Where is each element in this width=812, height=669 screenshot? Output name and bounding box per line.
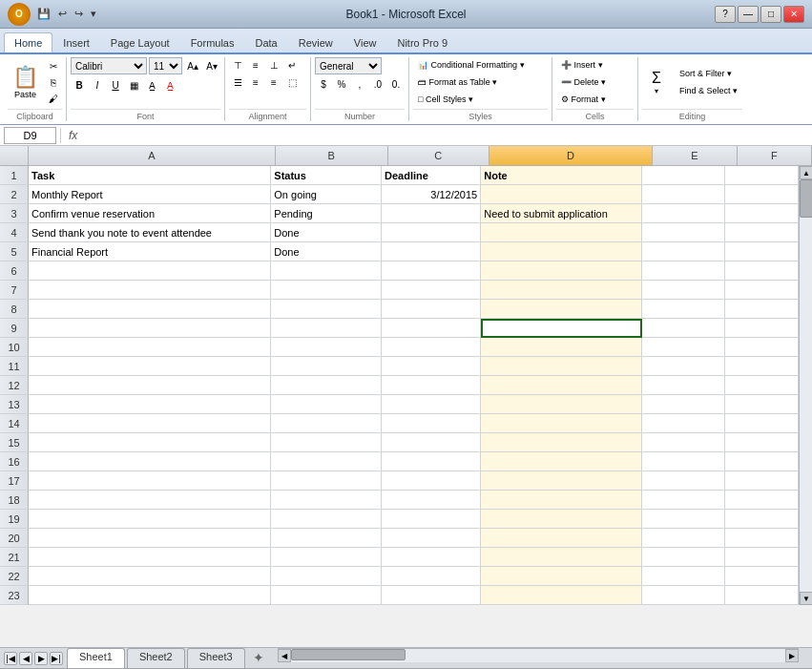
cell-B2[interactable]: On going	[271, 185, 382, 204]
cell-A20[interactable]	[29, 529, 271, 548]
row-num-6[interactable]: 6	[0, 261, 29, 281]
cell-E16[interactable]	[642, 452, 725, 471]
font-family-select[interactable]: Calibri	[71, 57, 147, 74]
cell-E8[interactable]	[642, 300, 725, 319]
cell-A11[interactable]	[29, 357, 271, 376]
increase-font-btn[interactable]: A▴	[184, 58, 201, 73]
sheet-nav-last[interactable]: ▶|	[50, 652, 63, 665]
delete-cells-btn[interactable]: ➖ Delete ▾	[556, 74, 611, 90]
cell-D14[interactable]	[481, 414, 642, 433]
cell-C23[interactable]	[382, 586, 481, 605]
cell-D22[interactable]	[481, 567, 642, 586]
row-num-3[interactable]: 3	[0, 204, 29, 223]
cell-D8[interactable]	[481, 300, 642, 319]
cell-C5[interactable]	[382, 242, 481, 261]
cell-A4[interactable]: Send thank you note to event attendee	[29, 223, 271, 242]
cell-B8[interactable]	[271, 300, 382, 319]
cell-C12[interactable]	[382, 376, 481, 395]
copy-button[interactable]: ⎘	[45, 74, 62, 90]
row-num-12[interactable]: 12	[0, 376, 29, 395]
cell-C9[interactable]	[382, 319, 481, 338]
sheet-nav-next[interactable]: ▶	[34, 652, 48, 665]
cell-B16[interactable]	[271, 452, 382, 471]
cell-D18[interactable]	[481, 491, 642, 510]
cell-D3[interactable]: Need to submit application	[481, 204, 642, 223]
cell-C6[interactable]	[382, 261, 481, 281]
tab-home[interactable]: Home	[4, 32, 52, 52]
row-num-13[interactable]: 13	[0, 395, 29, 414]
row-num-15[interactable]: 15	[0, 433, 29, 452]
cell-F13[interactable]	[725, 395, 799, 414]
number-format-select[interactable]: General	[315, 57, 382, 74]
cell-F12[interactable]	[725, 376, 799, 395]
align-left-btn[interactable]: ☰	[229, 74, 246, 90]
scroll-down-btn[interactable]: ▼	[800, 592, 812, 605]
new-sheet-btn[interactable]: ✦	[247, 648, 270, 668]
font-size-select[interactable]: 11	[149, 57, 182, 74]
cell-E14[interactable]	[642, 414, 725, 433]
scroll-thumb-h[interactable]	[291, 649, 406, 660]
cell-C13[interactable]	[382, 395, 481, 414]
cell-C4[interactable]	[382, 223, 481, 242]
decrease-decimal-btn[interactable]: 0.	[387, 76, 405, 92]
cell-E6[interactable]	[642, 261, 725, 281]
cell-C22[interactable]	[382, 567, 481, 586]
cell-B7[interactable]	[271, 281, 382, 300]
row-num-14[interactable]: 14	[0, 414, 29, 433]
cell-F8[interactable]	[725, 300, 799, 319]
cell-F11[interactable]	[725, 357, 799, 376]
cell-E15[interactable]	[642, 433, 725, 452]
customize-btn[interactable]: ▾	[88, 7, 99, 21]
paste-button[interactable]: 📋 Paste	[8, 62, 43, 102]
cell-C21[interactable]	[382, 548, 481, 567]
cell-D11[interactable]	[481, 357, 642, 376]
cell-C10[interactable]	[382, 338, 481, 357]
cell-C14[interactable]	[382, 414, 481, 433]
horizontal-scrollbar[interactable]: ◀ ▶	[278, 648, 799, 661]
cell-A13[interactable]	[29, 395, 271, 414]
cell-B3[interactable]: Pending	[271, 204, 382, 223]
cell-C11[interactable]	[382, 357, 481, 376]
cell-E10[interactable]	[642, 338, 725, 357]
cell-A10[interactable]	[29, 338, 271, 357]
undo-btn[interactable]: ↩	[55, 7, 70, 21]
cell-B12[interactable]	[271, 376, 382, 395]
comma-btn[interactable]: ,	[351, 76, 368, 92]
fill-color-button[interactable]: A̲	[143, 77, 160, 93]
cell-B10[interactable]	[271, 338, 382, 357]
cut-button[interactable]: ✂	[45, 58, 62, 73]
redo-btn[interactable]: ↪	[72, 7, 86, 21]
cell-E22[interactable]	[642, 567, 725, 586]
scroll-left-btn[interactable]: ◀	[278, 649, 291, 662]
cell-F7[interactable]	[725, 281, 799, 300]
tab-insert[interactable]: Insert	[52, 32, 100, 52]
cell-E1[interactable]	[642, 166, 725, 185]
cell-E17[interactable]	[642, 471, 725, 491]
cell-A1[interactable]: Task	[29, 166, 271, 185]
format-painter-button[interactable]: 🖌	[45, 91, 62, 106]
align-middle-btn[interactable]: ≡	[247, 57, 264, 73]
row-num-17[interactable]: 17	[0, 471, 29, 491]
cell-C1[interactable]: Deadline	[382, 166, 481, 185]
cell-B19[interactable]	[271, 510, 382, 529]
row-num-7[interactable]: 7	[0, 281, 29, 300]
col-header-B[interactable]: B	[276, 146, 388, 165]
cell-D5[interactable]	[481, 242, 642, 261]
insert-cells-btn[interactable]: ➕ Insert ▾	[556, 57, 608, 73]
increase-decimal-btn[interactable]: .0	[369, 76, 386, 92]
cell-F1[interactable]	[725, 166, 799, 185]
cell-A16[interactable]	[29, 452, 271, 471]
border-button[interactable]: ▦	[125, 77, 142, 93]
sheet-tab-sheet1[interactable]: Sheet1	[67, 648, 125, 668]
cell-B21[interactable]	[271, 548, 382, 567]
scroll-right-btn[interactable]: ▶	[785, 649, 799, 662]
cell-B17[interactable]	[271, 471, 382, 491]
cell-A12[interactable]	[29, 376, 271, 395]
cell-B1[interactable]: Status	[271, 166, 382, 185]
sheet-tab-sheet2[interactable]: Sheet2	[127, 648, 185, 668]
cell-B15[interactable]	[271, 433, 382, 452]
cell-E11[interactable]	[642, 357, 725, 376]
cell-D9[interactable]	[481, 319, 642, 338]
cell-D17[interactable]	[481, 471, 642, 491]
row-num-11[interactable]: 11	[0, 357, 29, 376]
